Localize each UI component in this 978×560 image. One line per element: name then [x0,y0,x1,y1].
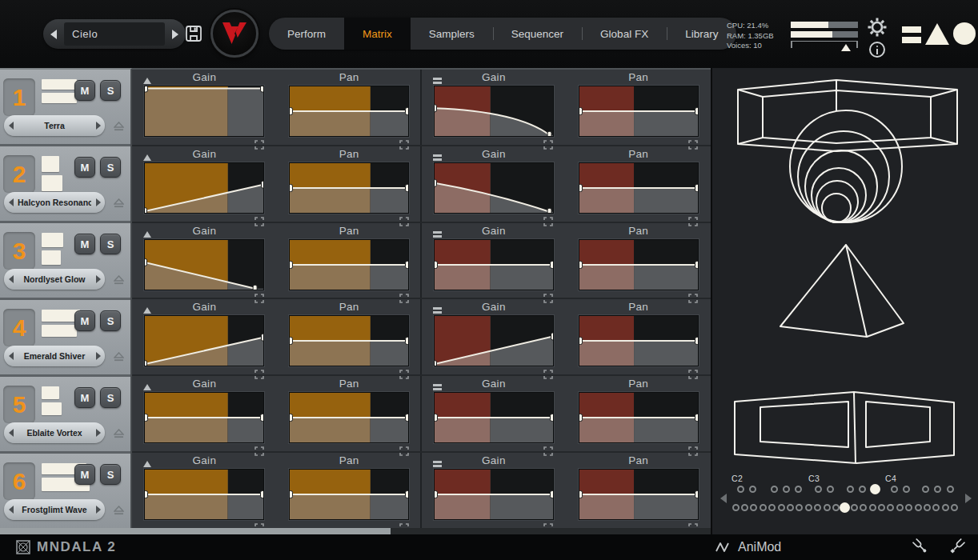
key-dot-upper[interactable] [771,486,778,493]
envelope-editor[interactable] [434,162,554,214]
envelope-editor[interactable] [579,86,699,137]
key-dot-upper[interactable] [903,486,910,493]
envelope-editor[interactable] [579,239,699,290]
key-dot-lower[interactable] [951,504,958,511]
key-dot-lower[interactable] [832,504,840,511]
mute-button[interactable]: M [74,387,95,408]
tuning-fork-alt-button[interactable] [949,537,967,558]
instrument-selector[interactable]: Emerald Shiver [4,346,105,366]
envelope-editor[interactable] [289,392,409,443]
key-dot-lower[interactable] [824,504,831,511]
solo-button[interactable]: S [100,464,121,485]
key-dot-lower[interactable] [905,504,912,511]
eject-button[interactable] [114,120,124,134]
sampler-slot-5[interactable]: 5MSEblaite Vortex [0,377,130,454]
tuning-fork-button[interactable] [911,537,928,558]
key-dot-lower[interactable] [796,504,803,511]
envelope-editor[interactable] [144,239,264,290]
key-dot-lower-active[interactable] [840,502,850,513]
sampler-slot-2[interactable]: 2MSHalcyon Resonance [0,146,130,223]
key-dot-lower[interactable] [741,504,748,511]
envelope-editor[interactable] [434,86,554,137]
key-dot-lower[interactable] [805,504,812,511]
envelope-editor[interactable] [289,86,409,137]
slider-handle-icon[interactable] [841,44,851,51]
instrument-selector[interactable]: Halcyon Resonance [4,192,105,213]
mute-button[interactable]: M [74,157,95,178]
key-dot-upper[interactable] [859,486,866,493]
tab-matrix[interactable]: Matrix [344,18,411,50]
instrument-selector[interactable]: Terra [4,115,105,136]
instrument-next-button[interactable] [91,198,105,206]
solo-button[interactable]: S [100,310,121,331]
slot-number-tile[interactable]: 1 [3,78,35,116]
instrument-selector[interactable]: Frostglimt Wave [4,499,105,520]
envelope-editor[interactable] [579,315,699,366]
key-dot-upper[interactable] [749,486,756,493]
mute-button[interactable]: M [74,310,95,331]
instrument-selector[interactable]: Eblaite Vortex [4,422,105,443]
preset-name-field[interactable]: Cielo [64,22,165,46]
envelope-editor[interactable] [434,469,554,520]
envelope-editor[interactable] [144,469,264,520]
scrollbar-thumb[interactable] [0,528,391,534]
instrument-prev-button[interactable] [4,506,18,514]
envelope-editor[interactable] [144,162,264,214]
eject-button[interactable] [114,504,124,518]
sampler-slot-1[interactable]: 1MSTerra [0,70,130,146]
key-dot-upper[interactable] [847,486,854,493]
key-dot-lower[interactable] [787,504,794,511]
key-dot-lower[interactable] [851,504,858,511]
key-dot-lower[interactable] [915,504,922,511]
slot-number-tile[interactable]: 6 [3,462,35,500]
sampler-slot-3[interactable]: 3MSNordlyset Glow [0,223,130,300]
solo-button[interactable]: S [100,80,121,101]
mute-button[interactable]: M [74,80,95,101]
envelope-editor[interactable] [579,392,699,443]
mute-button[interactable]: M [74,234,95,254]
instrument-prev-button[interactable] [4,275,18,283]
envelope-editor[interactable] [579,162,699,214]
slot-number-tile[interactable]: 4 [3,309,35,346]
horizontal-scrollbar[interactable] [0,528,711,534]
sampler-slot-4[interactable]: 4MSEmerald Shiver [0,300,130,377]
slot-number-tile[interactable]: 5 [3,386,35,423]
key-dot-lower[interactable] [732,504,740,511]
solo-button[interactable]: S [100,387,121,408]
key-dot-upper[interactable] [934,486,941,493]
sampler-slot-6[interactable]: 6MSFrostglimt Wave [0,454,130,528]
envelope-editor[interactable] [289,315,409,366]
tab-global-fx[interactable]: Global FX [582,18,667,50]
preset-next-button[interactable] [165,19,186,49]
key-dot-upper[interactable] [891,486,898,493]
key-dot-upper[interactable] [815,486,822,493]
range-right-arrow[interactable] [965,494,972,503]
envelope-editor[interactable] [289,469,409,520]
eject-button[interactable] [114,197,124,211]
key-dot-upper[interactable] [783,486,790,493]
key-dot-lower[interactable] [924,504,931,511]
envelope-editor[interactable] [144,315,264,366]
key-dot-lower[interactable] [896,504,904,511]
instrument-next-button[interactable] [91,122,105,130]
instrument-prev-button[interactable] [4,429,18,437]
key-dot-lower[interactable] [887,504,894,511]
instrument-next-button[interactable] [91,275,105,283]
key-dot-upper-active[interactable] [870,484,880,494]
key-dot-lower[interactable] [750,504,757,511]
range-left-arrow[interactable] [720,494,727,503]
slot-number-tile[interactable]: 3 [3,232,35,270]
key-dot-lower[interactable] [778,504,785,511]
key-dot-lower[interactable] [768,504,776,511]
key-dot-lower[interactable] [878,504,885,511]
envelope-editor[interactable] [434,392,554,443]
instrument-next-button[interactable] [91,506,105,514]
key-dot-upper[interactable] [947,486,954,493]
instrument-prev-button[interactable] [4,198,18,206]
key-dot-upper[interactable] [795,486,802,493]
info-button[interactable] [869,42,885,58]
tab-samplers[interactable]: Samplers [411,18,493,50]
envelope-editor[interactable] [289,239,409,290]
key-dot-lower[interactable] [932,504,940,511]
eject-button[interactable] [114,427,124,442]
